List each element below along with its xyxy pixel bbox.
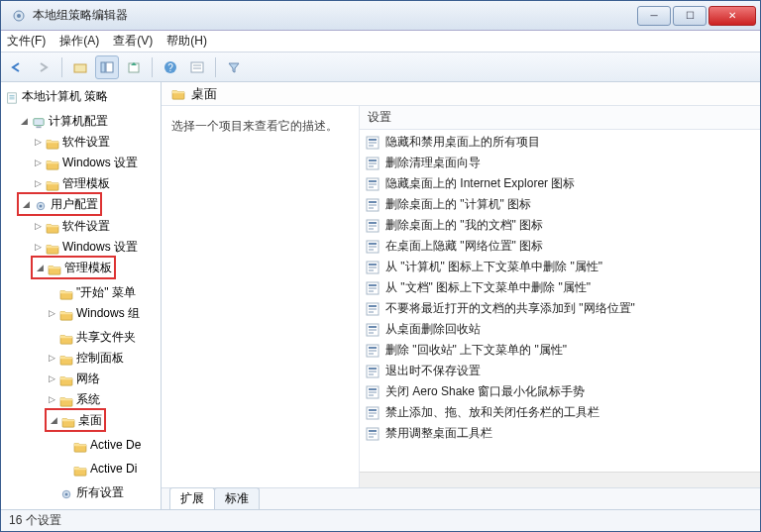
setting-icon (366, 240, 380, 254)
setting-icon (366, 406, 380, 420)
setting-row[interactable]: 关闭 Aero Shake 窗口最小化鼠标手势 (360, 381, 760, 402)
folder-icon (171, 88, 185, 100)
tree-start-menu[interactable]: "开始" 菜单 (45, 282, 138, 302)
svg-rect-12 (74, 64, 86, 72)
setting-icon (366, 302, 380, 316)
setting-icon (366, 157, 380, 170)
svg-rect-18 (191, 62, 203, 72)
svg-rect-13 (101, 62, 105, 72)
menu-view[interactable]: 查看(V) (113, 33, 153, 50)
description-pane: 选择一个项目来查看它的描述。 (162, 106, 360, 487)
setting-row[interactable]: 禁止添加、拖、放和关闭任务栏的工具栏 (360, 402, 760, 423)
setting-label: 禁用调整桌面工具栏 (385, 425, 492, 442)
setting-label: 删除 "回收站" 上下文菜单的 "属性" (385, 342, 567, 359)
app-icon (11, 8, 27, 24)
forward-button[interactable] (32, 55, 55, 79)
tab-extended[interactable]: 扩展 (169, 487, 215, 509)
tree-active-de[interactable]: Active De (58, 435, 143, 455)
setting-row[interactable]: 删除桌面上的 "计算机" 图标 (360, 194, 760, 215)
setting-row[interactable]: 删除清理桌面向导 (360, 153, 760, 173)
filter-button[interactable] (222, 55, 246, 79)
setting-row[interactable]: 从 "文档" 图标上下文菜单中删除 "属性" (360, 277, 760, 298)
tab-standard[interactable]: 标准 (214, 487, 260, 509)
tree-pane: 本地计算机 策略 ◢计算机配置 ▷软件设置 ▷Windows 设置 ▷管理模板 (1, 82, 162, 509)
setting-row[interactable]: 删除桌面上的 "我的文档" 图标 (360, 215, 760, 236)
setting-row[interactable]: 禁用调整桌面工具栏 (360, 423, 760, 444)
setting-label: 从 "计算机" 图标上下文菜单中删除 "属性" (385, 259, 602, 275)
tree-u-templates[interactable]: ◢管理模板 (31, 256, 116, 279)
setting-row[interactable]: 不要将最近打开的文档的共享添加到 "网络位置" (360, 298, 760, 319)
setting-icon (366, 365, 380, 378)
tree-shared[interactable]: 共享文件夹 (45, 327, 138, 347)
setting-label: 隐藏和禁用桌面上的所有项目 (385, 134, 540, 151)
tree-u-software[interactable]: ▷软件设置 (31, 216, 112, 236)
horizontal-scrollbar[interactable] (360, 472, 760, 487)
setting-label: 隐藏桌面上的 Internet Explorer 图标 (385, 175, 575, 192)
tree-c-windows[interactable]: ▷Windows 设置 (31, 153, 140, 172)
tree-control-panel[interactable]: ▷控制面板 (45, 348, 126, 368)
setting-label: 关闭 Aero Shake 窗口最小化鼠标手势 (385, 383, 585, 400)
toolbar: ? (1, 53, 760, 82)
tree-u-windows[interactable]: ▷Windows 设置 (31, 237, 140, 257)
column-header-settings[interactable]: 设置 (360, 106, 760, 130)
setting-label: 删除桌面上的 "我的文档" 图标 (385, 217, 543, 234)
setting-icon (366, 344, 380, 358)
menu-action[interactable]: 操作(A) (59, 33, 99, 50)
setting-label: 禁止添加、拖、放和关闭任务栏的工具栏 (385, 404, 599, 421)
titlebar: 本地组策略编辑器 ─ ☐ ✕ (1, 1, 760, 31)
svg-rect-14 (106, 62, 113, 72)
settings-list: 隐藏和禁用桌面上的所有项目删除清理桌面向导隐藏桌面上的 Internet Exp… (360, 130, 760, 472)
setting-row[interactable]: 删除 "回收站" 上下文菜单的 "属性" (360, 340, 760, 361)
view-tabs: 扩展 标准 (162, 487, 760, 509)
setting-row[interactable]: 隐藏和禁用桌面上的所有项目 (360, 132, 760, 153)
tree-system[interactable]: ▷系统 (45, 389, 102, 409)
setting-row[interactable]: 隐藏桌面上的 Internet Explorer 图标 (360, 173, 760, 194)
setting-icon (366, 385, 380, 399)
tree-user-config[interactable]: ◢用户配置 (17, 192, 102, 216)
setting-icon (366, 219, 380, 233)
menu-help[interactable]: 帮助(H) (166, 33, 207, 50)
status-text: 16 个设置 (9, 512, 61, 529)
setting-icon (366, 177, 380, 191)
tree-root[interactable]: 本地计算机 策略 (3, 86, 110, 106)
setting-label: 在桌面上隐藏 "网络位置" 图标 (385, 238, 543, 255)
minimize-button[interactable]: ─ (637, 6, 671, 26)
properties-button[interactable] (185, 55, 209, 79)
setting-row[interactable]: 从 "计算机" 图标上下文菜单中删除 "属性" (360, 257, 760, 277)
setting-icon (366, 261, 380, 274)
tree-windows-group[interactable]: ▷Windows 组 (45, 303, 142, 323)
tree-desktop[interactable]: ◢桌面 (45, 408, 106, 432)
help-button[interactable]: ? (159, 55, 182, 79)
setting-icon (366, 281, 380, 295)
menubar: 文件(F) 操作(A) 查看(V) 帮助(H) (1, 31, 760, 53)
setting-row[interactable]: 从桌面删除回收站 (360, 319, 760, 340)
setting-label: 退出时不保存设置 (385, 363, 481, 379)
content-title: 桌面 (191, 85, 217, 103)
setting-label: 删除清理桌面向导 (385, 155, 481, 171)
export-button[interactable] (122, 55, 146, 79)
tree-c-templates[interactable]: ▷管理模板 (31, 173, 112, 193)
tree-active-di[interactable]: Active Di (58, 459, 139, 479)
close-button[interactable]: ✕ (708, 6, 756, 26)
tree-all-settings[interactable]: 所有设置 (45, 482, 126, 502)
setting-label: 不要将最近打开的文档的共享添加到 "网络位置" (385, 300, 635, 317)
menu-file[interactable]: 文件(F) (7, 33, 46, 50)
app-window: 本地组策略编辑器 ─ ☐ ✕ 文件(F) 操作(A) 查看(V) 帮助(H) ? (0, 0, 761, 532)
setting-icon (366, 136, 380, 150)
tree-c-software[interactable]: ▷软件设置 (31, 132, 112, 152)
setting-row[interactable]: 退出时不保存设置 (360, 361, 760, 381)
description-text: 选择一个项目来查看它的描述。 (171, 119, 338, 133)
setting-icon (366, 427, 380, 441)
up-button[interactable] (68, 55, 92, 79)
setting-label: 从 "文档" 图标上下文菜单中删除 "属性" (385, 279, 591, 296)
maximize-button[interactable]: ☐ (673, 6, 707, 26)
main-pane: 桌面 选择一个项目来查看它的描述。 设置 隐藏和禁用桌面上的所有项目删除清理桌面… (162, 82, 760, 509)
tree-network[interactable]: ▷网络 (45, 369, 102, 388)
tree-computer-config[interactable]: ◢计算机配置 (17, 111, 110, 131)
back-button[interactable] (5, 55, 29, 79)
setting-icon (366, 198, 380, 212)
show-tree-button[interactable] (95, 55, 119, 79)
setting-label: 删除桌面上的 "计算机" 图标 (385, 196, 531, 213)
setting-row[interactable]: 在桌面上隐藏 "网络位置" 图标 (360, 236, 760, 257)
window-title: 本地组策略编辑器 (33, 7, 637, 24)
